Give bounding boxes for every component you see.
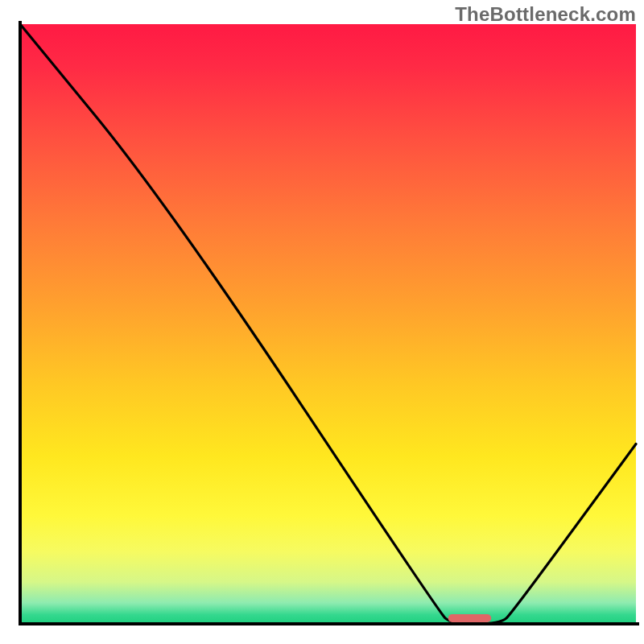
optimal-marker [448, 614, 492, 622]
watermark-label: TheBottleneck.com [455, 3, 636, 26]
chart-svg [0, 0, 644, 644]
plot-background [20, 24, 636, 624]
chart-container: { "watermark": "TheBottleneck.com", "gra… [0, 0, 644, 644]
